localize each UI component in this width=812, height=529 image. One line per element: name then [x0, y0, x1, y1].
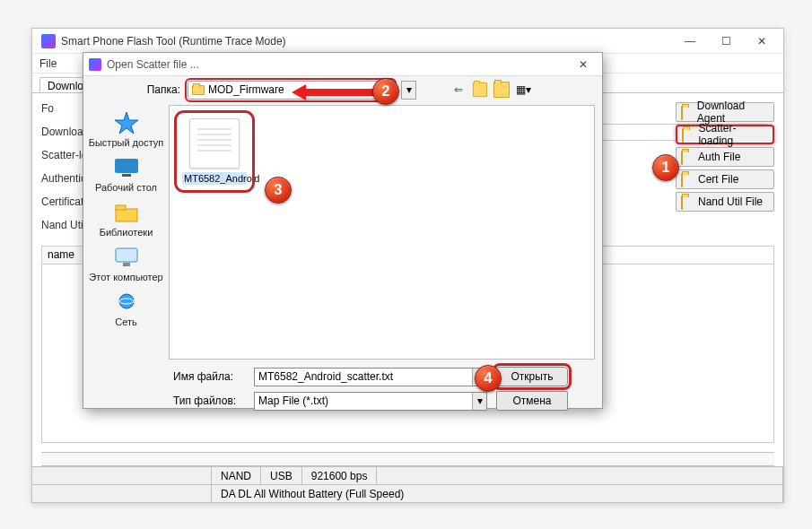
- filename-label: Имя файла:: [173, 370, 245, 383]
- place-libraries[interactable]: Библиотеки: [86, 198, 167, 239]
- annotation-badge-4: 4: [475, 365, 502, 392]
- menu-file[interactable]: File: [39, 57, 57, 70]
- statusbar-1: NAND USB 921600 bps: [32, 466, 783, 484]
- file-list[interactable]: MT6582_Android: [169, 105, 595, 360]
- file-item-scatter[interactable]: MT6582_Android: [179, 115, 250, 188]
- open-button[interactable]: Открыть: [496, 367, 568, 386]
- app-icon: [41, 34, 56, 48]
- folder-label: Папка:: [137, 83, 180, 96]
- nav-icons: ⇐ ▦▾: [450, 82, 531, 98]
- filename-combo[interactable]: MT6582_Android_scatter.txt▾: [254, 368, 487, 386]
- folder-icon: [192, 85, 205, 95]
- text-file-icon: [189, 118, 240, 169]
- back-icon[interactable]: ⇐: [450, 82, 467, 98]
- folder-icon: [681, 107, 693, 117]
- status-baud: 921600 bps: [302, 467, 378, 484]
- minimize-button[interactable]: —: [672, 30, 708, 53]
- place-this-pc[interactable]: Этот компьютер: [86, 243, 167, 284]
- desktop-icon: [111, 155, 142, 180]
- svg-marker-0: [115, 112, 138, 134]
- folder-icon: [681, 196, 694, 207]
- side-buttons: Download Agent Scatter-loading Auth File…: [676, 102, 774, 212]
- svg-rect-1: [115, 159, 138, 173]
- folder-icon: [682, 129, 694, 140]
- folder-dropdown-button[interactable]: ▾: [401, 81, 416, 100]
- cancel-button[interactable]: Отмена: [496, 391, 568, 411]
- svg-rect-2: [122, 174, 131, 177]
- cert-file-button[interactable]: Cert File: [676, 169, 774, 189]
- star-icon: [111, 110, 142, 135]
- view-menu-icon[interactable]: ▦▾: [515, 82, 531, 98]
- open-file-dialog: Open Scatter file ... ✕ Папка: MOD_Firmw…: [83, 52, 603, 409]
- statusbar-2: DA DL All Without Battery (Full Speed): [32, 484, 783, 502]
- auth-file-button[interactable]: Auth File: [676, 147, 774, 167]
- status-mode: DA DL All Without Battery (Full Speed): [212, 485, 783, 502]
- folder-icon: [681, 174, 694, 185]
- status-usb: USB: [261, 467, 302, 484]
- libraries-icon: [111, 200, 142, 225]
- nand-util-button[interactable]: Nand Util File: [676, 192, 774, 212]
- folder-value: MOD_Firmware: [208, 83, 284, 96]
- dialog-title: Open Scatter file ...: [107, 58, 570, 71]
- annotation-badge-1: 1: [652, 154, 679, 181]
- svg-rect-3: [116, 209, 137, 221]
- up-icon[interactable]: [472, 82, 488, 98]
- places-bar: Быстрый доступ Рабочий стол Библиотеки Э…: [83, 103, 169, 363]
- computer-icon: [111, 245, 142, 270]
- annotation-badge-2: 2: [372, 78, 399, 105]
- place-quick-access[interactable]: Быстрый доступ: [86, 108, 167, 150]
- dialog-close-button[interactable]: ✕: [570, 53, 597, 76]
- svg-rect-5: [116, 248, 137, 262]
- dialog-bottom: Имя файла: MT6582_Android_scatter.txt▾ О…: [83, 363, 602, 422]
- svg-point-7: [119, 294, 134, 308]
- file-label: MT6582_Android: [182, 172, 247, 185]
- filetype-label: Тип файлов:: [173, 395, 245, 407]
- annotation-badge-3: 3: [265, 177, 292, 204]
- folder-icon: [681, 152, 694, 162]
- svg-rect-4: [116, 205, 126, 210]
- new-folder-icon[interactable]: [493, 82, 510, 98]
- dialog-titlebar: Open Scatter file ... ✕: [83, 53, 602, 76]
- download-agent-button[interactable]: Download Agent: [676, 102, 774, 122]
- place-desktop[interactable]: Рабочий стол: [86, 153, 167, 195]
- svg-rect-6: [123, 263, 130, 266]
- network-icon: [111, 290, 142, 315]
- dialog-icon: [89, 58, 101, 71]
- annotation-arrow: [292, 84, 377, 100]
- status-separator: [41, 452, 774, 466]
- filetype-combo[interactable]: Map File (*.txt)▾: [254, 392, 487, 411]
- chevron-down-icon[interactable]: ▾: [472, 393, 486, 410]
- window-title: Smart Phone Flash Tool (Runtime Trace Mo…: [61, 35, 672, 48]
- status-nand: NAND: [212, 467, 261, 484]
- place-network[interactable]: Сеть: [86, 288, 167, 329]
- scatter-loading-button[interactable]: Scatter-loading: [676, 125, 774, 144]
- titlebar: Smart Phone Flash Tool (Runtime Trace Mo…: [32, 29, 783, 54]
- maximize-button[interactable]: ☐: [708, 30, 744, 53]
- close-button[interactable]: ✕: [744, 30, 780, 53]
